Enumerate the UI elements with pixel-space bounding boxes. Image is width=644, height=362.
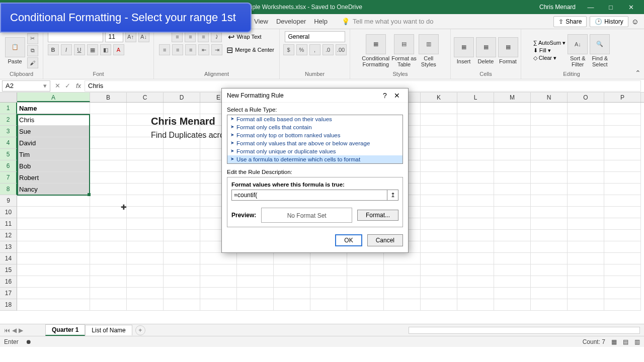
column-header[interactable]: N (531, 93, 568, 102)
cell[interactable] (127, 299, 164, 311)
cell[interactable]: Tim (17, 149, 90, 160)
window-close-icon[interactable]: ✕ (621, 4, 641, 11)
cell[interactable] (457, 207, 494, 218)
cell[interactable] (164, 103, 200, 114)
currency-icon[interactable]: $ (283, 44, 294, 55)
rule-type-option[interactable]: Format only unique or duplicate values (227, 147, 403, 155)
tab-developer[interactable]: Developer (276, 18, 306, 25)
tell-me-search[interactable]: 💡 Tell me what you want to do (342, 18, 433, 25)
cell[interactable] (531, 299, 568, 311)
cell[interactable] (494, 241, 531, 253)
sheet-tab-listofname[interactable]: List of Name (85, 325, 132, 335)
cell[interactable] (384, 288, 421, 299)
cell[interactable] (164, 230, 200, 241)
copy-icon[interactable]: ⧉ (27, 45, 38, 56)
ok-button[interactable]: OK (335, 234, 362, 246)
cell[interactable] (90, 288, 127, 299)
cell[interactable] (568, 160, 604, 172)
row-header[interactable]: 13 (0, 241, 17, 253)
cell[interactable] (200, 288, 237, 299)
rule-type-list[interactable]: Format all cells based on their valuesFo… (227, 115, 403, 164)
cell[interactable] (274, 264, 310, 276)
cell[interactable] (457, 218, 494, 230)
cell[interactable] (604, 288, 641, 299)
column-header[interactable]: B (90, 93, 127, 102)
view-normal-icon[interactable]: ▦ (611, 338, 617, 345)
cell[interactable] (17, 288, 90, 299)
cell[interactable] (127, 253, 164, 264)
cell[interactable] (457, 114, 494, 126)
cell[interactable] (421, 126, 457, 137)
cell[interactable] (421, 299, 457, 311)
row-header[interactable]: 14 (0, 253, 17, 264)
cell[interactable] (237, 299, 274, 311)
cell[interactable] (568, 195, 604, 207)
fx-icon[interactable]: fx (72, 82, 85, 89)
column-header[interactable]: A (17, 93, 90, 102)
cell[interactable] (237, 264, 274, 276)
rule-type-option[interactable]: Format only top or bottom ranked values (227, 131, 403, 139)
cell[interactable] (164, 218, 200, 230)
range-picker-icon[interactable]: ↥ (387, 190, 398, 201)
cell[interactable] (421, 195, 457, 207)
rule-type-option[interactable]: Format only values that are above or bel… (227, 139, 403, 147)
wrap-text-button[interactable]: Wrap Text (236, 34, 261, 40)
cell[interactable] (421, 172, 457, 184)
cell[interactable] (200, 299, 237, 311)
cell[interactable] (531, 241, 568, 253)
cell[interactable] (531, 288, 568, 299)
cell[interactable] (90, 264, 127, 276)
formula-cancel-icon[interactable]: ✕ (52, 82, 62, 89)
cell[interactable] (127, 241, 164, 253)
cell[interactable] (347, 299, 384, 311)
cell[interactable] (494, 172, 531, 184)
cell[interactable] (164, 241, 200, 253)
name-box[interactable]: A2▾ (2, 80, 50, 92)
cell[interactable] (531, 160, 568, 172)
cell[interactable] (568, 184, 604, 195)
cell[interactable] (604, 241, 641, 253)
cell[interactable] (568, 264, 604, 276)
cell[interactable] (90, 253, 127, 264)
cell[interactable] (531, 126, 568, 137)
cell[interactable] (164, 264, 200, 276)
cell[interactable] (17, 241, 90, 253)
cell[interactable] (604, 137, 641, 149)
cell[interactable] (384, 253, 421, 264)
cell[interactable] (604, 230, 641, 241)
orientation-icon[interactable]: ⤸ (211, 31, 222, 42)
bold-icon[interactable]: B (48, 44, 59, 55)
cell[interactable]: Bob (17, 160, 90, 172)
row-header[interactable]: 4 (0, 137, 17, 149)
cell[interactable] (347, 276, 384, 288)
cell[interactable] (127, 264, 164, 276)
cell[interactable]: Name (17, 103, 90, 114)
cell[interactable] (604, 126, 641, 137)
formula-enter-icon[interactable]: ✓ (62, 82, 72, 89)
cell[interactable] (568, 299, 604, 311)
insert-button[interactable]: ▦Insert (454, 37, 474, 64)
cell[interactable] (494, 149, 531, 160)
row-header[interactable]: 15 (0, 264, 17, 276)
cell[interactable] (237, 253, 274, 264)
cell[interactable] (164, 299, 200, 311)
cell[interactable] (127, 103, 164, 114)
font-size-dropdown[interactable]: 11 (105, 31, 123, 42)
cell[interactable] (421, 103, 457, 114)
row-header[interactable]: 11 (0, 218, 17, 230)
cell[interactable] (568, 276, 604, 288)
cell[interactable] (421, 160, 457, 172)
cell[interactable] (494, 184, 531, 195)
cell[interactable] (494, 299, 531, 311)
cell[interactable] (127, 230, 164, 241)
cell[interactable] (274, 299, 310, 311)
cell[interactable] (568, 126, 604, 137)
cell[interactable] (568, 149, 604, 160)
cell[interactable] (90, 207, 127, 218)
cell[interactable] (494, 288, 531, 299)
cell[interactable] (457, 137, 494, 149)
dialog-help-icon[interactable]: ? (379, 92, 391, 100)
cell[interactable] (421, 218, 457, 230)
row-header[interactable]: 10 (0, 207, 17, 218)
cell[interactable] (347, 253, 384, 264)
